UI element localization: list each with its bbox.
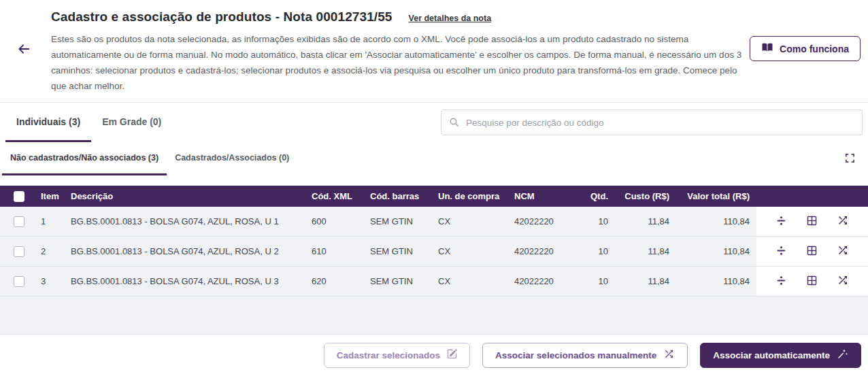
cell-item: 1 [33,207,69,236]
grid-icon [806,245,818,258]
grade-row-button[interactable] [801,241,823,263]
magic-wand-icon [837,348,848,362]
col-valor-total: Valor total (R$) [678,186,756,207]
cell-cod-barras: SEM GTIN [370,237,438,266]
table-row: 1 BG.BS.0001.0813 - BOLSA G074, AZUL, RO… [0,207,868,237]
grade-row-button[interactable] [801,271,823,292]
cell-cod-xml: 620 [312,267,370,296]
col-ncm: NCM [514,186,580,207]
fullscreen-icon [844,152,856,166]
col-un-compra: Un. de compra [438,186,514,207]
col-actions [756,186,868,207]
expand-table-button[interactable] [841,150,858,168]
shuffle-icon [837,274,849,288]
table-row: 2 BG.BS.0001.0813 - BOLSA G074, AZUL, RO… [0,237,868,267]
associate-automatically-button[interactable]: Associar automaticamente [700,343,861,368]
title-row: Cadastro e associação de produtos - Nota… [51,10,746,24]
table-header-row: Item Descrição Cód. XML Cód. barras Un. … [0,186,868,207]
shuffle-icon [837,244,849,258]
grid-icon [806,275,818,288]
cell-cod-xml: 600 [312,207,370,236]
table-empty-space [0,297,868,332]
divide-row-button[interactable] [771,241,792,263]
how-it-works-label: Como funciona [780,44,849,54]
subtab-nao-cadastrados-label: Não cadastrados/Não associados (3) [10,153,158,163]
col-item: Item [33,186,69,207]
associate-row-button[interactable] [832,271,854,292]
shuffle-icon [663,348,675,362]
cell-qtd: 10 [580,267,611,296]
book-icon [761,41,773,56]
associate-manually-label: Associar selecionados manualmente [495,350,656,360]
grade-row-button[interactable] [801,211,823,233]
note-details-link[interactable]: Ver detalhes da nota [409,14,492,23]
cell-custo: 11,84 [611,267,678,296]
page-header: Cadastro e associação de produtos - Nota… [0,0,868,103]
search-input[interactable] [441,109,863,135]
products-table: Item Descrição Cód. XML Cód. barras Un. … [0,186,868,335]
tab-individuais[interactable]: Individuais (3) [5,103,91,142]
subtabs-row: Não cadastrados/Não associados (3) Cadas… [0,142,868,175]
cell-descricao: BG.BS.0001.0813 - BOLSA G074, AZUL, ROSA… [69,267,312,296]
arrow-left-icon [16,41,31,58]
associate-row-button[interactable] [832,241,854,263]
cell-valor-total: 110,84 [678,267,756,296]
cell-cod-xml: 610 [312,237,370,266]
divide-icon [775,214,788,229]
footer-actions: Cadastrar selecionados Associar selecion… [0,335,868,372]
cell-cod-barras: SEM GTIN [370,267,438,296]
cell-valor-total: 110,84 [678,237,756,266]
associate-manually-button[interactable]: Associar selecionados manualmente [482,343,688,368]
col-cod-barras: Cód. barras [370,186,438,207]
col-qtd: Qtd. [580,186,611,207]
cell-cod-barras: SEM GTIN [370,207,438,236]
cell-qtd: 10 [580,237,611,266]
cell-un-compra: CX [438,267,514,296]
back-button[interactable] [14,39,34,60]
associate-automatically-label: Associar automaticamente [713,350,830,360]
tab-em-grade[interactable]: Em Grade (0) [91,103,172,142]
subtab-nao-cadastrados[interactable]: Não cadastrados/Não associados (3) [2,142,167,175]
tab-em-grade-label: Em Grade (0) [102,116,161,127]
cell-item: 2 [33,237,69,266]
divide-icon [775,244,788,259]
table-row: 3 BG.BS.0001.0813 - BOLSA G074, AZUL, RO… [0,267,868,297]
cell-un-compra: CX [438,207,514,236]
cell-descricao: BG.BS.0001.0813 - BOLSA G074, AZUL, ROSA… [69,237,312,266]
page-description: Estes são os produtos da nota selecionad… [51,31,746,94]
how-it-works-button[interactable]: Como funciona [750,36,861,61]
col-custo: Custo (R$) [611,186,678,207]
cell-custo: 11,84 [611,207,678,236]
col-descricao: Descrição [69,186,312,207]
divide-row-button[interactable] [771,211,792,233]
page-title: Cadastro e associação de produtos - Nota… [51,10,393,24]
grid-icon [806,215,818,229]
cell-item: 3 [33,267,69,296]
cell-descricao: BG.BS.0001.0813 - BOLSA G074, AZUL, ROSA… [69,207,312,236]
row-checkbox[interactable] [14,216,24,227]
subtab-cadastrados-label: Cadastrados/Associados (0) [175,153,289,163]
row-checkbox[interactable] [14,246,24,257]
shuffle-icon [837,214,849,229]
tabs-row: Individuais (3) Em Grade (0) [0,103,868,142]
row-checkbox[interactable] [14,276,24,287]
select-all-checkbox[interactable] [14,191,24,202]
cell-ncm: 42022220 [514,207,580,236]
cell-custo: 11,84 [611,237,678,266]
associate-row-button[interactable] [832,211,854,233]
tab-individuais-label: Individuais (3) [16,116,80,127]
cell-qtd: 10 [580,207,611,236]
edit-square-icon [447,349,457,361]
col-cod-xml: Cód. XML [312,186,370,207]
register-selected-button[interactable]: Cadastrar selecionados [324,343,470,368]
search-wrap [441,109,863,135]
subtab-cadastrados[interactable]: Cadastrados/Associados (0) [167,142,297,175]
divide-icon [775,274,788,289]
cell-ncm: 42022220 [514,267,580,296]
cell-ncm: 42022220 [514,237,580,266]
register-selected-label: Cadastrar selecionados [337,350,440,360]
cell-un-compra: CX [438,237,514,266]
divide-row-button[interactable] [771,271,792,292]
cell-valor-total: 110,84 [678,207,756,236]
